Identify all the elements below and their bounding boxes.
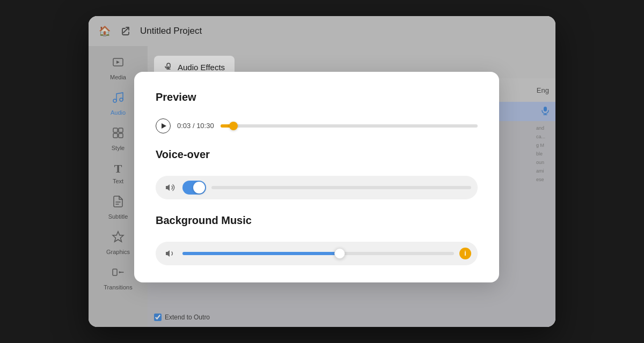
- bgmusic-section: Background Music i: [156, 214, 478, 265]
- modal-overlay: Preview 0:03 / 10:30 Voice-over: [89, 16, 555, 327]
- bgmusic-thumb: [334, 248, 345, 259]
- app-window: 🏠 Untitled Project Media: [89, 16, 555, 327]
- voiceover-section: Voice-over: [156, 148, 478, 199]
- bgmusic-fill: [182, 252, 340, 255]
- progress-track[interactable]: [221, 124, 478, 128]
- bgmusic-title: Background Music: [156, 214, 478, 227]
- voiceover-title: Voice-over: [156, 148, 478, 161]
- info-badge[interactable]: i: [459, 248, 471, 259]
- bgmusic-track[interactable]: [182, 252, 454, 255]
- preview-section: Preview 0:03 / 10:30: [156, 91, 478, 133]
- time-display: 0:03 / 10:30: [177, 122, 214, 130]
- audio-effects-modal: Preview 0:03 / 10:30 Voice-over: [134, 72, 499, 282]
- progress-fill: [221, 124, 233, 128]
- voiceover-toggle[interactable]: [182, 181, 206, 195]
- bgmusic-speaker-icon: [162, 246, 177, 261]
- voiceover-slider-fill: [211, 186, 471, 189]
- bgmusic-slider-row: i: [156, 242, 478, 265]
- voiceover-slider-row: [156, 176, 478, 199]
- preview-row: 0:03 / 10:30: [156, 118, 478, 133]
- progress-thumb: [229, 122, 238, 130]
- toggle-thumb: [193, 182, 205, 193]
- voiceover-speaker-icon: [162, 180, 177, 195]
- play-button[interactable]: [156, 118, 171, 133]
- preview-title: Preview: [156, 91, 478, 103]
